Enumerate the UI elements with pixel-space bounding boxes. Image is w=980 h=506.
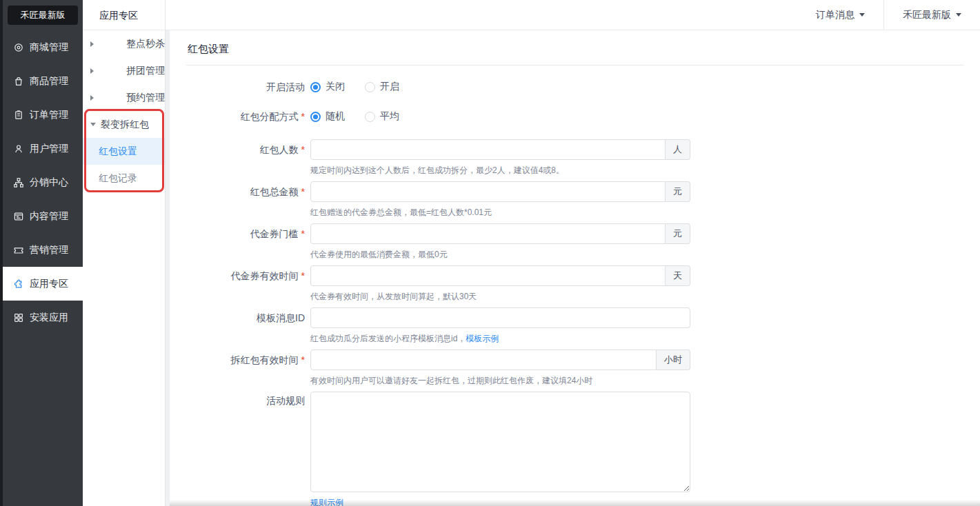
topbar: 订单消息 禾匠最新版 [166,0,980,30]
account-dropdown[interactable]: 禾匠最新版 [884,0,980,30]
caret-down-icon [956,13,961,17]
submenu-item-redpacket[interactable]: 裂变拆红包 [83,111,165,138]
radio-unselected-icon[interactable] [365,82,375,92]
sidebar-item-label: 营销管理 [30,244,68,256]
secondary-sidebar: 应用专区 整点秒杀 拼团管理 预约管理 裂变拆红包 红包设置 红包记录 [83,0,166,506]
sidebar-item-label: 应用专区 [30,278,68,290]
radio-option-close[interactable]: 关闭 [310,81,345,93]
mall-icon [13,42,24,53]
sidebar-item-label: 订单管理 [30,109,68,121]
submenu-item-label: 预约管理 [126,92,165,104]
order-messages-label: 订单消息 [816,9,854,21]
submenu-item-groupbuy[interactable]: 拼团管理 [83,57,165,84]
total-amount-input[interactable] [310,181,666,202]
app-root: 禾匠最新版 商城管理 商品管理 订单管理 用户管理 [0,0,980,506]
install-icon [13,312,24,323]
submenu-item-redpacket-settings[interactable]: 红包设置 [83,138,165,165]
field-label: 模板消息ID [186,307,310,344]
submenu-item-redpacket-records[interactable]: 红包记录 [83,165,165,192]
field-label: 代金券门槛 [186,223,310,260]
radio-selected-icon[interactable] [310,112,321,122]
content-area: 红包设置 开启活动 关闭 开启 [166,30,980,506]
account-label: 禾匠最新版 [903,9,951,21]
radio-label: 平均 [380,110,399,123]
chevron-down-icon [90,123,96,126]
chevron-right-icon [90,41,121,47]
submenu-item-label: 拼团管理 [126,65,165,77]
template-message-id-input[interactable] [310,307,690,328]
input-suffix: 元 [666,223,690,244]
sidebar-item-label: 商品管理 [30,75,68,88]
help-text: 红包成功瓜分后发送的小程序模板消息id， [310,334,466,343]
submenu-item-label: 整点秒杀 [126,38,165,50]
field-help: 规定时间内达到这个人数后，红包成功拆分，最少2人，建议值4或8。 [310,165,690,176]
field-label: 活动规则 [186,392,310,506]
page-title: 红包设置 [186,30,963,65]
field-label: 红包人数 [186,139,310,176]
sidebar-item-label: 商城管理 [30,41,68,54]
form-row-activity-rules: 活动规则 规则示例 [186,392,963,506]
form-row-people-count: 红包人数 人 规定时间内达到这个人数后，红包成功拆分，最少2人，建议值4或8。 [186,139,963,176]
sidebar-item-apps[interactable]: 应用专区 [3,267,83,301]
radio-option-open[interactable]: 开启 [365,81,399,93]
form-row-coupon-threshold: 代金券门槛 元 代金券使用的最低消费金额，最低0元 [186,223,963,260]
distribution-radio-group: 随机 平均 [310,110,419,123]
distribution-icon [13,177,24,188]
open-validity-input[interactable] [310,350,657,370]
sidebar-item-distribution[interactable]: 分销中心 [3,165,83,199]
submenu-item-label: 裂变拆红包 [101,119,149,131]
brand-badge[interactable]: 禾匠最新版 [8,6,78,25]
form-row-coupon-validity: 代金券有效时间 天 代金券有效时间，从发放时间算起，默认30天 [186,265,963,302]
radio-label: 开启 [380,81,399,93]
sidebar-item-label: 内容管理 [30,210,68,223]
activity-rules-textarea[interactable] [310,392,690,492]
sidebar-item-label: 安装应用 [30,312,68,324]
radio-unselected-icon[interactable] [365,112,375,122]
users-icon [13,143,24,154]
sidebar-item-install[interactable]: 安装应用 [3,301,83,334]
input-suffix: 天 [666,265,690,286]
field-help: 红包成功瓜分后发送的小程序模板消息id，模板示例 [310,333,690,344]
field-label: 开启活动 [186,80,310,94]
settings-card: 红包设置 开启活动 关闭 开启 [170,30,980,506]
orders-icon [13,110,24,121]
field-help: 有效时间内用户可以邀请好友一起拆红包，过期则此红包作废，建议填24小时 [310,375,690,386]
form-row-template-message-id: 模板消息ID 红包成功瓜分后发送的小程序模板消息id，模板示例 [186,307,963,344]
goods-icon [13,76,24,87]
field-help: 代金券有效时间，从发放时间算起，默认30天 [310,291,690,302]
sidebar-item-content[interactable]: 内容管理 [3,199,83,233]
coupon-threshold-input[interactable] [310,223,666,244]
sidebar-item-label: 用户管理 [30,143,68,155]
template-example-link[interactable]: 模板示例 [466,334,499,343]
form-row-total-amount: 红包总金额 元 红包赠送的代金券总金额，最低=红包人数*0.01元 [186,181,963,218]
people-count-input[interactable] [310,139,666,160]
redpacket-settings-form: 开启活动 关闭 开启 [186,80,963,506]
radio-option-random[interactable]: 随机 [310,110,345,123]
submenu-item-seckill[interactable]: 整点秒杀 [83,30,165,57]
caret-down-icon [859,13,865,17]
coupon-validity-input[interactable] [310,265,666,286]
content-icon [13,211,24,222]
radio-option-average[interactable]: 平均 [365,110,399,123]
radio-label: 随机 [326,110,345,123]
submenu-item-booking[interactable]: 预约管理 [83,84,165,111]
input-suffix: 人 [666,139,690,160]
submenu-header: 应用专区 [83,0,165,30]
field-label: 代金券有效时间 [186,265,310,302]
enable-radio-group: 关闭 开启 [310,80,419,94]
sidebar-item-mall[interactable]: 商城管理 [3,30,83,64]
field-label: 拆红包有效时间 [186,350,310,386]
marketing-icon [13,245,24,256]
radio-selected-icon[interactable] [310,82,321,92]
input-suffix: 小时 [657,350,690,370]
sidebar-item-users[interactable]: 用户管理 [3,132,83,165]
apps-icon [13,279,24,290]
sidebar-item-marketing[interactable]: 营销管理 [3,233,83,267]
chevron-right-icon [90,68,121,74]
input-suffix: 元 [666,181,690,202]
sidebar-item-label: 分销中心 [30,176,68,189]
sidebar-item-orders[interactable]: 订单管理 [3,98,83,132]
sidebar-item-goods[interactable]: 商品管理 [3,64,83,98]
order-messages-dropdown[interactable]: 订单消息 [797,0,883,30]
rules-example-link[interactable]: 规则示例 [310,498,343,506]
